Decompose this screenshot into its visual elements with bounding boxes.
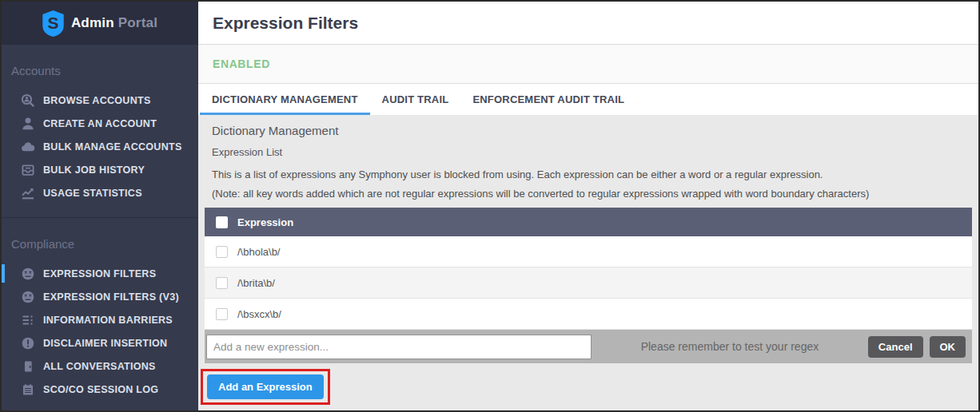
sidebar-item-label: ALL CONVERSATIONS (43, 361, 156, 372)
admin-portal-window: S Admin Portal Accounts BROWSE ACCOUNTS … (0, 0, 980, 412)
active-indicator (2, 334, 5, 352)
brand-portal: Portal (118, 15, 157, 30)
active-indicator (2, 357, 5, 375)
sidebar-item-create-an-account[interactable]: CREATE AN ACCOUNT (2, 112, 198, 135)
description-text: This is a list of expressions any Sympho… (212, 168, 964, 180)
section-heading: Dictionary Management (212, 124, 964, 137)
brand-admin: Admin (71, 15, 114, 30)
sidebar-item-label: BROWSE ACCOUNTS (43, 95, 151, 106)
sidebar-item-label: EXPRESSION FILTERS (V3) (43, 291, 179, 303)
expression-table: Expression /\bhola\b/ /\brita\b/ /\bsxcx… (205, 208, 972, 363)
note-text: (Note: all key words added which are not… (212, 188, 964, 200)
active-indicator (2, 91, 5, 109)
status-badge: ENABLED (213, 57, 270, 70)
active-indicator (2, 264, 5, 283)
regex-hint-text: Please remember to test your regex (641, 340, 819, 353)
content-panel: Dictionary Management Expression List Th… (198, 115, 978, 410)
table-row[interactable]: /\brita\b/ (205, 267, 972, 299)
sidebar-item-label: CREATE AN ACCOUNT (43, 118, 157, 129)
brand-title: Admin Portal (71, 15, 157, 31)
row-checkbox[interactable] (216, 308, 228, 320)
user-icon (21, 117, 35, 131)
active-indicator (2, 311, 5, 329)
row-checkbox[interactable] (216, 246, 228, 258)
tab-audit-trail[interactable]: AUDIT TRAIL (370, 84, 461, 115)
table-row[interactable]: /\bsxcx\b/ (205, 299, 972, 330)
disclaimer-icon (21, 336, 35, 351)
active-indicator (2, 160, 5, 179)
sidebar-section-compliance: Compliance EXPRESSION FILTERS EXPRESSION… (2, 229, 198, 401)
cancel-button[interactable]: Cancel (868, 336, 923, 358)
section-label: Accounts (2, 56, 198, 89)
sidebar-item-browse-accounts[interactable]: BROWSE ACCOUNTS (2, 89, 198, 112)
sidebar-item-label: EXPRESSION FILTERS (43, 268, 156, 279)
chart-icon (21, 186, 35, 200)
barriers-icon (21, 313, 35, 327)
select-all-checkbox[interactable] (216, 216, 228, 228)
muted-face-icon (21, 290, 35, 304)
expression-value: /\bhola\b/ (237, 246, 281, 258)
add-an-expression-button[interactable]: Add an Expression (207, 374, 324, 399)
session-log-icon (21, 382, 35, 397)
tab-enforcement-audit-trail[interactable]: ENFORCEMENT AUDIT TRAIL (460, 84, 636, 115)
sidebar-header: S Admin Portal (2, 2, 198, 45)
active-indicator (2, 287, 5, 306)
active-indicator (2, 114, 5, 133)
sidebar-item-label: BULK JOB HISTORY (43, 164, 145, 176)
sidebar-item-information-barriers[interactable]: INFORMATION BARRIERS (2, 308, 198, 331)
main-area: Expression Filters ENABLED DICTIONARY MA… (198, 2, 978, 410)
tab-bar: DICTIONARY MANAGEMENT AUDIT TRAIL ENFORC… (198, 84, 978, 115)
section-label: Compliance (2, 229, 198, 262)
archive-icon (21, 163, 35, 177)
sidebar-item-label: DISCLAIMER INSERTION (43, 338, 167, 349)
sidebar-section-accounts: Accounts BROWSE ACCOUNTS CREATE AN ACCOU… (2, 56, 198, 204)
sidebar-item-sco-co-session-log[interactable]: SCO/CO SESSION LOG (2, 378, 198, 401)
status-strip: ENABLED (198, 45, 978, 84)
sidebar-item-bulk-job-history[interactable]: BULK JOB HISTORY (2, 158, 198, 181)
sidebar: S Admin Portal Accounts BROWSE ACCOUNTS … (2, 2, 198, 410)
muted-face-icon (21, 267, 35, 281)
main-header: Expression Filters (198, 2, 978, 45)
annotation-highlight-box: Add an Expression (201, 369, 330, 405)
table-header-row: Expression (205, 208, 972, 236)
ok-button[interactable]: OK (930, 336, 966, 358)
sidebar-item-expression-filters[interactable]: EXPRESSION FILTERS (2, 262, 198, 285)
symphony-shield-icon: S (42, 10, 64, 37)
active-indicator (2, 137, 5, 156)
sidebar-item-label: INFORMATION BARRIERS (43, 315, 173, 326)
section-subheading: Expression List (212, 146, 964, 158)
sidebar-divider (2, 217, 198, 218)
user-search-icon (21, 93, 35, 108)
sidebar-item-label: SCO/CO SESSION LOG (43, 384, 158, 395)
sidebar-item-usage-statistics[interactable]: USAGE STATISTICS (2, 181, 198, 204)
sidebar-item-disclaimer-insertion[interactable]: DISCLAIMER INSERTION (2, 331, 198, 355)
new-expression-input[interactable] (206, 335, 592, 359)
row-checkbox[interactable] (216, 277, 228, 289)
tab-dictionary-management[interactable]: DICTIONARY MANAGEMENT (200, 84, 370, 115)
expression-value: /\brita\b/ (237, 277, 275, 289)
sidebar-item-label: BULK MANAGE ACCOUNTS (43, 141, 182, 153)
conversation-icon (21, 359, 35, 374)
cloud-icon (21, 140, 35, 154)
add-expression-bar: Please remember to test your regex Cance… (205, 330, 972, 363)
svg-text:S: S (47, 14, 58, 32)
active-indicator (2, 184, 5, 202)
expression-value: /\bsxcx\b/ (237, 308, 281, 320)
table-row[interactable]: /\bhola\b/ (205, 236, 972, 267)
sidebar-item-expression-filters-v3[interactable]: EXPRESSION FILTERS (V3) (2, 285, 198, 308)
active-indicator (2, 380, 5, 398)
content-text: Dictionary Management Expression List Th… (198, 115, 978, 200)
page-title: Expression Filters (213, 14, 358, 33)
sidebar-nav: Accounts BROWSE ACCOUNTS CREATE AN ACCOU… (2, 45, 198, 401)
table-header-label: Expression (237, 216, 293, 228)
sidebar-item-label: USAGE STATISTICS (43, 188, 142, 199)
sidebar-item-bulk-manage-accounts[interactable]: BULK MANAGE ACCOUNTS (2, 135, 198, 158)
table-body: /\bhola\b/ /\brita\b/ /\bsxcx\b/ (205, 236, 972, 330)
sidebar-item-all-conversations[interactable]: ALL CONVERSATIONS (2, 355, 198, 378)
